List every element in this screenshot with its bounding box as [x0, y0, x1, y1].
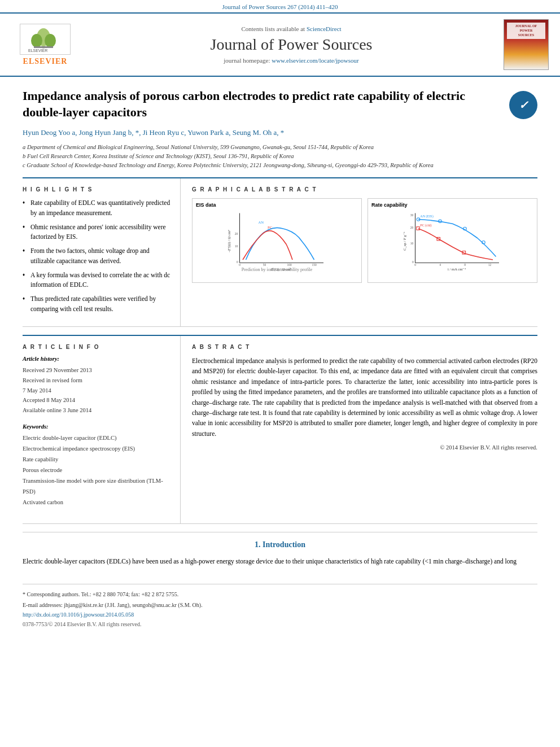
elsevier-tree-icon: ELSEVIER: [23, 25, 68, 53]
article-info-abstract-section: A R T I C L E I N F O Article history: R…: [23, 335, 537, 524]
doi-link[interactable]: http://dx.doi.org/10.1016/j.jpowsour.201…: [23, 611, 537, 618]
introduction-text: Electric double-layer capacitors (EDLCs)…: [23, 556, 537, 567]
rate-chart-title: Rate capability: [371, 202, 533, 208]
svg-text:PC: PC: [268, 225, 273, 229]
svg-text:100: 100: [287, 263, 292, 267]
svg-text:0: 0: [237, 260, 238, 264]
journal-header: ELSEVIER ELSEVIER Contents lists availab…: [0, 14, 560, 77]
abstract-label: A B S T R A C T: [192, 344, 537, 350]
highlight-item-2: Ohmic resistance and pores' ionic access…: [23, 222, 172, 242]
graphical-abstract-column: G R A P H I C A L A B S T R A C T EIS da…: [181, 178, 537, 326]
highlights-label: H I G H L I G H T S: [23, 186, 172, 193]
introduction-section: 1. Introduction Electric double-layer ca…: [23, 532, 537, 567]
svg-text:-Z''(Ω) / Ω cm²: -Z''(Ω) / Ω cm²: [227, 230, 231, 253]
keyword-1: Electric double-layer capacitor (EDLC): [23, 433, 172, 444]
crossmark-badge: ✓: [509, 91, 537, 119]
received-date: Received 29 November 2013: [23, 365, 172, 375]
accepted-date: Accepted 8 May 2014: [23, 395, 172, 405]
svg-text:10: 10: [410, 242, 414, 245]
homepage-line: journal homepage: www.elsevier.com/locat…: [79, 57, 504, 64]
svg-point-2: [31, 34, 42, 47]
eis-chart-annotation: Prediction by ionic accessibility profil…: [242, 267, 313, 272]
svg-text:150: 150: [312, 263, 317, 267]
svg-text:20: 20: [235, 232, 238, 235]
corresponding-note: * Corresponding authors. Tel.: +82 2 880…: [23, 590, 537, 599]
eis-chart-svg: -Z''(Ω) / Ω cm² Z'(Ω) / Ω cm² AN PC 0 50: [196, 210, 358, 272]
article-history: Article history: Received 29 November 20…: [23, 356, 172, 416]
graphical-abstract-label: G R A P H I C A L A B S T R A C T: [192, 186, 537, 193]
highlights-column: H I G H L I G H T S Rate capability of E…: [23, 178, 181, 326]
svg-text:PC (cld): PC (cld): [420, 224, 431, 228]
keywords-list: Electric double-layer capacitor (EDLC) E…: [23, 433, 172, 508]
keywords-label: Keywords:: [23, 423, 172, 430]
introduction-title: 1. Introduction: [23, 540, 537, 549]
revised-date: 7 May 2014: [23, 386, 172, 396]
affiliation-b: b Fuel Cell Research Center, Korea Insti…: [23, 152, 537, 161]
elsevier-logo-image: ELSEVIER: [20, 24, 71, 55]
article-dates: Received 29 November 2013 Received in re…: [23, 365, 172, 416]
article-info-label: A R T I C L E I N F O: [23, 344, 172, 350]
svg-text:0: 0: [239, 263, 240, 267]
svg-text:12: 12: [488, 263, 492, 267]
revised-label: Received in revised form: [23, 375, 172, 386]
highlight-item-4: A key formula was devised to correlate t…: [23, 270, 172, 290]
highlights-list: Rate capability of EDLC was quantitative…: [23, 198, 172, 314]
rate-chart-svg: C_sp / F g⁻¹ i / mA cm⁻²: [371, 210, 533, 272]
article-title: Impedance analysis of porous carbon elec…: [23, 88, 509, 120]
affiliations-block: a Department of Chemical and Biological …: [23, 143, 537, 169]
homepage-link[interactable]: www.elsevier.com/locate/jpowsour: [272, 57, 358, 64]
article-info-column: A R T I C L E I N F O Article history: R…: [23, 336, 181, 523]
issn-line: 0378-7753/© 2014 Elsevier B.V. All right…: [23, 621, 537, 627]
abstract-text: Electrochemical impedance analysis is pe…: [192, 356, 537, 439]
article-title-section: Impedance analysis of porous carbon elec…: [23, 88, 537, 120]
highlight-item-5: Thus predicted rate capabilities were ve…: [23, 294, 172, 314]
highlights-graphical-section: H I G H L I G H T S Rate capability of E…: [23, 177, 537, 327]
svg-text:ELSEVIER: ELSEVIER: [28, 49, 47, 53]
authors-line: Hyun Deog Yoo a, Jong Hyun Jang b, *, Ji…: [23, 128, 537, 137]
journal-cover-thumbnail: JOURNAL OFPOWERSOURCES: [504, 19, 549, 70]
top-journal-bar: Journal of Power Sources 267 (2014) 411–…: [0, 0, 560, 14]
sciencedirect-link[interactable]: ScienceDirect: [307, 25, 342, 32]
svg-text:0: 0: [412, 260, 414, 264]
svg-text:20: 20: [410, 226, 414, 229]
svg-text:AN (EIS): AN (EIS): [420, 215, 433, 219]
keyword-6: Activated carbon: [23, 497, 172, 508]
contents-line: Contents lists available at ScienceDirec…: [79, 25, 504, 32]
keyword-2: Electrochemical impedance spectroscopy (…: [23, 444, 172, 455]
svg-point-3: [45, 34, 56, 47]
graphical-abstract-charts: EIS data -Z''(Ω) / Ω cm² Z'(Ω) / Ω cm²: [192, 198, 537, 283]
affiliation-c: c Graduate School of Knowledge-based Tec…: [23, 161, 537, 170]
footer-section: * Corresponding authors. Tel.: +82 2 880…: [23, 584, 537, 627]
journal-cover-text: JOURNAL OFPOWERSOURCES: [507, 23, 545, 39]
svg-text:30: 30: [410, 213, 414, 217]
elsevier-label: ELSEVIER: [23, 57, 68, 66]
keyword-5: Transmission-line model with pore size d…: [23, 476, 172, 497]
copyright-line: © 2014 Elsevier B.V. All rights reserved…: [192, 444, 537, 451]
svg-text:C_sp / F g⁻¹: C_sp / F g⁻¹: [403, 232, 406, 251]
keyword-4: Porous electrode: [23, 465, 172, 476]
affiliation-a: a Department of Chemical and Biological …: [23, 143, 537, 152]
article-keywords: Keywords: Electric double-layer capacito…: [23, 423, 172, 508]
journal-title-block: Contents lists available at ScienceDirec…: [79, 25, 504, 64]
main-content: Impedance analysis of porous carbon elec…: [0, 77, 560, 639]
highlight-item-3: From the two factors, ohmic voltage drop…: [23, 246, 172, 266]
email-note: E-mail addresses: jhjang@kist.re.kr (J.H…: [23, 601, 537, 609]
svg-text:i / mA cm⁻²: i / mA cm⁻²: [448, 267, 466, 271]
svg-text:AN: AN: [259, 221, 264, 225]
highlight-item-1: Rate capability of EDLC was quantitative…: [23, 198, 172, 218]
svg-rect-4: [34, 46, 53, 48]
svg-text:50: 50: [263, 263, 266, 267]
keyword-3: Rate capability: [23, 455, 172, 465]
article-history-label: Article history:: [23, 356, 172, 362]
svg-text:0: 0: [414, 263, 416, 267]
eis-chart: EIS data -Z''(Ω) / Ω cm² Z'(Ω) / Ω cm²: [192, 198, 362, 283]
journal-name: Journal of Power Sources: [79, 36, 504, 54]
rate-chart: Rate capability C_sp / F g⁻¹ i / mA cm⁻²: [368, 198, 537, 283]
elsevier-logo-block: ELSEVIER ELSEVIER: [11, 24, 79, 66]
eis-chart-title: EIS data: [196, 202, 358, 208]
available-date: Available online 3 June 2014: [23, 405, 172, 416]
abstract-column: A B S T R A C T Electrochemical impedanc…: [181, 336, 537, 523]
svg-rect-27: [417, 227, 420, 230]
svg-text:8: 8: [464, 263, 466, 267]
svg-text:10: 10: [235, 244, 238, 248]
